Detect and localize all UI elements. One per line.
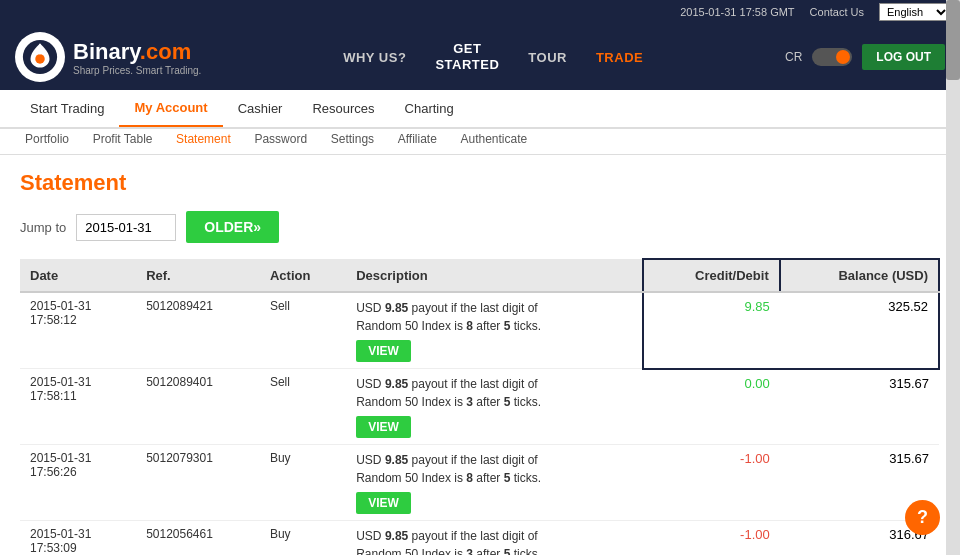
row-credit: 0.00 bbox=[643, 369, 780, 445]
view-button[interactable]: VIEW bbox=[356, 492, 411, 514]
jump-to-label: Jump to bbox=[20, 220, 66, 235]
nav-resources[interactable]: Resources bbox=[297, 91, 389, 126]
row-date: 2015-01-3117:58:12 bbox=[20, 292, 136, 369]
subnav-authenticate[interactable]: Authenticate bbox=[450, 129, 537, 149]
subnav-portfolio[interactable]: Portfolio bbox=[15, 129, 79, 149]
subnav-password[interactable]: Password bbox=[244, 129, 317, 149]
nav-get-started[interactable]: GETSTARTED bbox=[423, 33, 511, 80]
row-credit: -1.00 bbox=[643, 445, 780, 521]
logo-icon bbox=[15, 32, 65, 82]
header: Binary.com Sharp Prices. Smart Trading. … bbox=[0, 24, 960, 90]
row-description: USD 9.85 payout if the last digit ofRand… bbox=[346, 445, 643, 521]
jump-to-input[interactable] bbox=[76, 214, 176, 241]
scrollbar-thumb[interactable] bbox=[946, 0, 960, 80]
header-right: CR LOG OUT bbox=[785, 44, 945, 70]
nav-charting[interactable]: Charting bbox=[390, 91, 469, 126]
nav-cashier[interactable]: Cashier bbox=[223, 91, 298, 126]
toggle-switch[interactable] bbox=[812, 48, 852, 66]
col-credit: Credit/Debit bbox=[643, 259, 780, 292]
nav-tour[interactable]: TOUR bbox=[516, 42, 579, 73]
row-credit: -1.00 bbox=[643, 521, 780, 556]
row-ref: 5012089401 bbox=[136, 369, 260, 445]
row-action: Buy bbox=[260, 445, 346, 521]
datetime: 2015-01-31 17:58 GMT bbox=[680, 6, 794, 18]
row-description: USD 9.85 payout if the last digit ofRand… bbox=[346, 521, 643, 556]
table-row: 2015-01-3117:53:09 5012056461 Buy USD 9.… bbox=[20, 521, 939, 556]
older-button[interactable]: OLDER» bbox=[186, 211, 279, 243]
subnav-statement[interactable]: Statement bbox=[166, 129, 241, 149]
row-action: Buy bbox=[260, 521, 346, 556]
col-date: Date bbox=[20, 259, 136, 292]
svg-point-1 bbox=[35, 54, 45, 64]
row-ref: 5012089421 bbox=[136, 292, 260, 369]
brand-name: Binary.com bbox=[73, 39, 201, 65]
row-date: 2015-01-3117:58:11 bbox=[20, 369, 136, 445]
nav-why-us[interactable]: WHY US? bbox=[331, 42, 418, 73]
contact-link[interactable]: Contact Us bbox=[810, 6, 864, 18]
scrollbar[interactable] bbox=[946, 0, 960, 555]
nav-start-trading[interactable]: Start Trading bbox=[15, 91, 119, 126]
main-content: Statement Jump to OLDER» Date Ref. Actio… bbox=[0, 155, 960, 555]
row-balance: 315.67 bbox=[780, 369, 939, 445]
logo-area: Binary.com Sharp Prices. Smart Trading. bbox=[15, 32, 201, 82]
row-ref: 5012056461 bbox=[136, 521, 260, 556]
help-button[interactable]: ? bbox=[905, 500, 940, 535]
row-description: USD 9.85 payout if the last digit ofRand… bbox=[346, 369, 643, 445]
row-date: 2015-01-3117:56:26 bbox=[20, 445, 136, 521]
nav-trade[interactable]: TRADE bbox=[584, 42, 655, 73]
table-row: 2015-01-3117:58:11 5012089401 Sell USD 9… bbox=[20, 369, 939, 445]
col-action: Action bbox=[260, 259, 346, 292]
cr-label: CR bbox=[785, 50, 802, 64]
table-row: 2015-01-3117:58:12 5012089421 Sell USD 9… bbox=[20, 292, 939, 369]
col-ref: Ref. bbox=[136, 259, 260, 292]
col-balance: Balance (USD) bbox=[780, 259, 939, 292]
view-button[interactable]: VIEW bbox=[356, 340, 411, 362]
brand-text: Binary.com Sharp Prices. Smart Trading. bbox=[73, 39, 201, 76]
row-description: USD 9.85 payout if the last digit ofRand… bbox=[346, 292, 643, 369]
row-action: Sell bbox=[260, 369, 346, 445]
row-date: 2015-01-3117:53:09 bbox=[20, 521, 136, 556]
language-select[interactable]: English Deutsch Español Français bbox=[879, 3, 950, 21]
subnav-profit-table[interactable]: Profit Table bbox=[83, 129, 163, 149]
jump-row: Jump to OLDER» bbox=[20, 211, 940, 243]
view-button[interactable]: VIEW bbox=[356, 416, 411, 438]
logout-button[interactable]: LOG OUT bbox=[862, 44, 945, 70]
row-action: Sell bbox=[260, 292, 346, 369]
row-ref: 5012079301 bbox=[136, 445, 260, 521]
secondary-nav: Start Trading My Account Cashier Resourc… bbox=[0, 90, 960, 129]
row-balance: 325.52 bbox=[780, 292, 939, 369]
col-description: Description bbox=[346, 259, 643, 292]
table-row: 2015-01-3117:56:26 5012079301 Buy USD 9.… bbox=[20, 445, 939, 521]
subnav-settings[interactable]: Settings bbox=[321, 129, 384, 149]
top-bar: 2015-01-31 17:58 GMT Contact Us English … bbox=[0, 0, 960, 24]
subnav-affiliate[interactable]: Affiliate bbox=[388, 129, 447, 149]
page-title: Statement bbox=[20, 170, 940, 196]
sub-nav: Portfolio Profit Table Statement Passwor… bbox=[0, 129, 960, 155]
row-credit: 9.85 bbox=[643, 292, 780, 369]
tagline: Sharp Prices. Smart Trading. bbox=[73, 65, 201, 76]
statement-table: Date Ref. Action Description Credit/Debi… bbox=[20, 258, 940, 555]
nav-my-account[interactable]: My Account bbox=[119, 90, 222, 127]
main-nav: WHY US? GETSTARTED TOUR TRADE bbox=[331, 33, 655, 80]
